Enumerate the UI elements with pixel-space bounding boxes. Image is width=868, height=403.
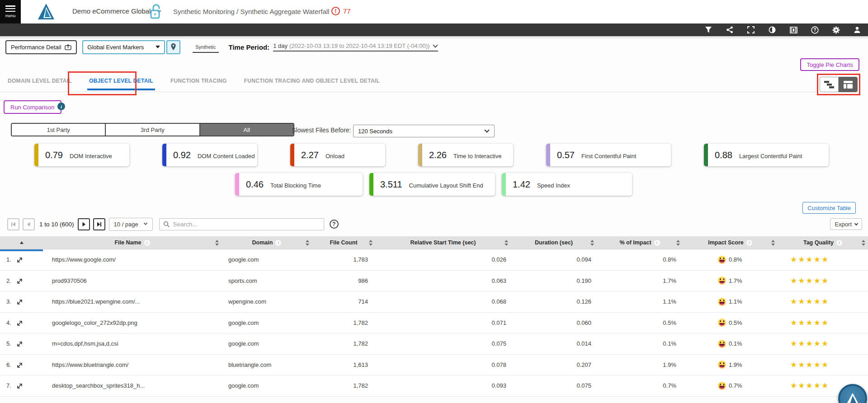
time-period-primary: 1 day xyxy=(273,42,288,49)
run-comparison-button[interactable]: Run Comparison xyxy=(4,100,61,114)
sort-icon[interactable] xyxy=(862,240,865,246)
metric-color-bar xyxy=(502,173,506,196)
toggle-pie-charts-button[interactable]: Toggle Pie Charts xyxy=(800,58,859,71)
header-impact-score[interactable]: Impact Score i xyxy=(683,236,778,249)
share-icon[interactable] xyxy=(726,26,734,34)
expand-icon[interactable] xyxy=(17,278,23,284)
sort-icon[interactable] xyxy=(306,240,309,246)
annotation-box-active-tab xyxy=(68,71,137,95)
help-icon[interactable]: ? xyxy=(811,26,819,34)
fullscreen-icon[interactable] xyxy=(747,26,755,34)
first-party-button[interactable]: 1st Party xyxy=(12,124,106,136)
export-button[interactable]: Export xyxy=(830,218,862,230)
happy-face-icon xyxy=(718,276,726,285)
table-view-button[interactable] xyxy=(839,77,858,92)
file-name-cell[interactable]: googlelogo_color_272x92dp.png xyxy=(43,313,222,333)
file-name-cell[interactable]: m=cdos,dpf,hsm,jsa,d,csi xyxy=(43,333,222,354)
file-name-cell[interactable]: https://www.bluetriangle.com/ xyxy=(43,355,222,375)
sort-icon[interactable] xyxy=(215,240,219,246)
metric-color-bar xyxy=(704,144,708,166)
expand-icon[interactable] xyxy=(17,341,23,347)
expand-icon[interactable] xyxy=(17,362,23,368)
duration-cell: 0.190 xyxy=(511,271,597,291)
third-party-button[interactable]: 3rd Party xyxy=(106,124,200,136)
previous-page-button[interactable] xyxy=(23,218,35,230)
table-layout-icon xyxy=(843,80,853,89)
info-icon[interactable]: i xyxy=(836,240,842,246)
file-count-cell: 1,613 xyxy=(312,355,375,375)
file-name-cell[interactable]: desktop_searchbox_sprites318_h... xyxy=(43,375,222,396)
expand-icon[interactable] xyxy=(17,257,23,263)
info-icon[interactable]: i xyxy=(57,103,65,110)
tab-function-tracing-and-object-level-detail[interactable]: FUNCTION TRACING AND OBJECT LEVEL DETAIL xyxy=(244,78,380,90)
info-icon[interactable]: i xyxy=(275,240,281,246)
expand-icon[interactable] xyxy=(17,299,23,305)
user-icon[interactable] xyxy=(853,26,861,34)
first-page-button[interactable] xyxy=(7,218,19,230)
table-help-icon[interactable]: ? xyxy=(330,220,339,229)
header-relative-start-time[interactable]: Relative Start Time (sec) xyxy=(375,236,511,249)
tab-function-tracing[interactable]: FUNCTION TRACING xyxy=(170,78,227,90)
happy-face-icon xyxy=(718,361,726,369)
menu-button[interactable]: menu xyxy=(0,0,21,23)
header-file-count[interactable]: File Count xyxy=(312,236,375,249)
waterfall-icon xyxy=(823,79,835,90)
alert-counter[interactable]: ! 77 xyxy=(331,7,351,15)
time-period-secondary: (2022-10-03 13:19 to 2022-10-04 13:19 ED… xyxy=(289,42,430,49)
info-icon[interactable]: i xyxy=(746,240,752,246)
table-row: 3. https://blue2021.wpengine.com/... wpe… xyxy=(0,291,868,313)
sort-icon[interactable] xyxy=(676,240,680,246)
expand-icon[interactable] xyxy=(17,383,23,389)
header-tag-quality[interactable]: Tag Quality i xyxy=(778,236,868,249)
metric-label: Cumulative Layout Shift End xyxy=(409,182,483,189)
row-number: 7. xyxy=(6,382,11,389)
film-strip-icon[interactable] xyxy=(789,26,797,34)
customize-table-button[interactable]: Customize Table xyxy=(802,202,856,214)
header-domain[interactable]: Domain i xyxy=(222,236,312,249)
file-count-cell: 1,782 xyxy=(312,375,375,396)
global-event-markers-select[interactable]: Global Event Markers xyxy=(82,40,165,54)
impact-pct-cell: 0.8% xyxy=(597,249,683,270)
page-size-select[interactable]: 10 / page xyxy=(109,218,153,231)
filter-icon[interactable] xyxy=(704,26,712,34)
info-icon[interactable]: i xyxy=(654,240,660,246)
domain-cell: google.com xyxy=(222,313,312,333)
file-name-cell[interactable]: https://www.google.com/ xyxy=(43,249,222,270)
file-name-cell[interactable]: https://blue2021.wpengine.com/... xyxy=(43,291,222,312)
contrast-icon[interactable] xyxy=(768,26,776,34)
search-input[interactable] xyxy=(173,221,318,228)
table-row: 5. m=cdos,dpf,hsm,jsa,d,csi google.com 1… xyxy=(0,333,868,355)
header-percent-of-impact[interactable]: % of Impact i xyxy=(597,236,683,249)
time-period-selector[interactable]: 1 day (2022-10-03 13:19 to 2022-10-04 13… xyxy=(273,42,438,52)
slowest-files-select[interactable]: 120 Seconds xyxy=(353,125,495,137)
info-icon[interactable]: i xyxy=(144,240,150,246)
domain-cell: sports.com xyxy=(222,271,312,291)
sort-icon[interactable] xyxy=(369,240,373,246)
expand-icon[interactable] xyxy=(17,320,23,326)
performance-detail-button[interactable]: Performance Detail xyxy=(5,40,77,54)
header-duration[interactable]: Duration (sec) xyxy=(511,236,597,249)
last-page-button[interactable] xyxy=(93,218,105,230)
all-party-button[interactable]: All xyxy=(200,124,293,136)
sort-icon[interactable] xyxy=(771,240,775,246)
svg-text:?: ? xyxy=(813,28,816,33)
waterfall-view-button[interactable] xyxy=(820,77,839,92)
happy-face-icon xyxy=(718,256,726,264)
gear-icon[interactable] xyxy=(832,26,840,34)
next-page-button[interactable] xyxy=(78,218,90,230)
tab-domain-level-detail[interactable]: DOMAIN LEVEL DETAIL xyxy=(8,78,72,90)
header-label: Impact Score xyxy=(708,239,744,246)
header-sort-column[interactable] xyxy=(0,236,43,249)
sort-icon[interactable] xyxy=(505,240,508,246)
sort-icon[interactable] xyxy=(590,240,594,246)
map-pin-button[interactable] xyxy=(166,40,180,54)
domain-cell: google.com xyxy=(222,249,312,270)
pagination-range: 1 to 10 (600) xyxy=(39,221,74,228)
chevron-down-icon xyxy=(156,46,160,48)
header-file-name[interactable]: File Name i xyxy=(43,236,222,249)
unlock-icon[interactable] xyxy=(148,4,162,20)
chevron-down-icon xyxy=(854,221,858,225)
star-rating: ★★★★★ xyxy=(778,333,868,354)
metric-value: 0.92 xyxy=(173,150,191,160)
file-name-cell[interactable]: prod9370506 xyxy=(43,271,222,291)
